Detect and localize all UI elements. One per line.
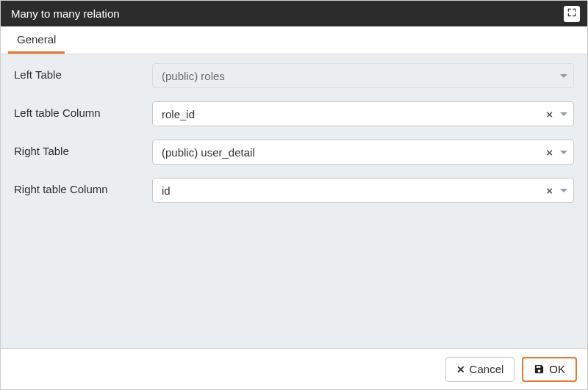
chevron-down-icon: [560, 74, 567, 78]
label-right-table: Right Table: [14, 140, 152, 157]
label-left-table-column: Left table Column: [14, 101, 152, 119]
row-left-table: Left Table (public) roles: [14, 63, 574, 88]
clear-icon[interactable]: ×: [542, 109, 557, 120]
select-value: (public) user_detail: [162, 146, 542, 159]
select-left-table[interactable]: (public) roles: [152, 63, 574, 88]
row-left-table-column: Left table Column role_id ×: [14, 101, 574, 126]
dialog-titlebar: Many to many relation: [1, 1, 587, 26]
chevron-down-icon: [560, 151, 567, 154]
dialog-title: Many to many relation: [11, 7, 564, 20]
label-left-table: Left Table: [14, 63, 152, 81]
select-value: (public) roles: [162, 70, 557, 82]
chevron-down-icon: [560, 189, 567, 192]
tab-label: General: [17, 33, 56, 46]
row-right-table: Right Table (public) user_detail ×: [14, 140, 574, 165]
row-right-table-column: Right table Column id ×: [14, 178, 574, 203]
clear-icon[interactable]: ×: [542, 147, 557, 158]
button-label: OK: [549, 363, 565, 375]
chevron-down-icon: [560, 112, 567, 116]
select-left-table-column[interactable]: role_id ×: [152, 101, 574, 126]
tab-strip: General: [1, 26, 587, 54]
many-to-many-dialog: Many to many relation General Left Table…: [0, 0, 588, 390]
form-area: Left Table (public) roles Left table Col…: [1, 54, 587, 348]
select-right-table[interactable]: (public) user_detail ×: [152, 140, 574, 165]
close-icon: ✕: [456, 364, 465, 375]
select-value: role_id: [162, 108, 542, 120]
ok-button[interactable]: OK: [522, 357, 577, 382]
tab-general[interactable]: General: [8, 26, 65, 54]
cancel-button[interactable]: ✕ Cancel: [445, 357, 515, 382]
select-right-table-column[interactable]: id ×: [152, 178, 574, 203]
dialog-footer: ✕ Cancel OK: [1, 348, 587, 389]
clear-icon[interactable]: ×: [542, 185, 557, 196]
save-icon: [534, 364, 545, 375]
expand-button[interactable]: [564, 6, 580, 22]
button-label: Cancel: [470, 363, 504, 375]
label-right-table-column: Right table Column: [14, 178, 152, 195]
expand-icon: [567, 7, 577, 20]
select-value: id: [162, 184, 542, 197]
